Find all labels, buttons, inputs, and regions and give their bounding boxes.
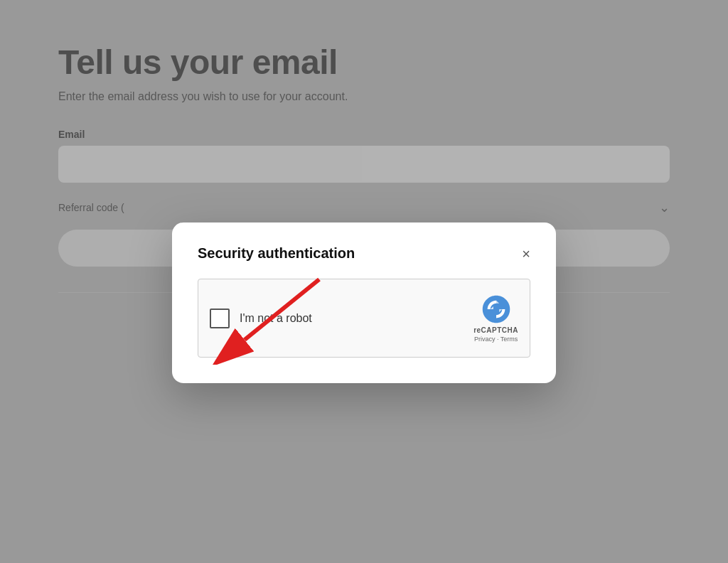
captcha-checkbox[interactable]: [210, 309, 230, 328]
page-subtitle: Enter the email address you wish to use …: [58, 90, 670, 103]
privacy-link[interactable]: Privacy: [474, 336, 496, 343]
captcha-container: I'm not a robot reCAPTCHA Privacy: [198, 279, 530, 358]
page-background: Tell us your email Enter the email addre…: [0, 0, 728, 563]
page-title: Tell us your email: [58, 43, 670, 82]
recaptcha-links: Privacy · Terms: [474, 336, 518, 343]
captcha-left-section: I'm not a robot: [210, 309, 312, 328]
captcha-label: I'm not a robot: [240, 312, 312, 325]
email-label: Email: [58, 129, 670, 140]
referral-label: Referral code (: [58, 202, 124, 213]
referral-row: Referral code ( ⌄: [58, 200, 670, 215]
email-input[interactable]: [58, 146, 670, 183]
recaptcha-label: reCAPTCHA: [473, 326, 518, 334]
modal-title: Security authentication: [198, 245, 355, 262]
recaptcha-logo: reCAPTCHA Privacy · Terms: [473, 294, 518, 343]
recaptcha-icon: [481, 294, 512, 325]
security-auth-modal: Security authentication × I'm not: [172, 222, 556, 383]
modal-close-button[interactable]: ×: [522, 247, 530, 261]
chevron-down-icon: ⌄: [659, 200, 670, 215]
terms-link[interactable]: Terms: [500, 336, 518, 343]
modal-header: Security authentication ×: [198, 245, 530, 262]
